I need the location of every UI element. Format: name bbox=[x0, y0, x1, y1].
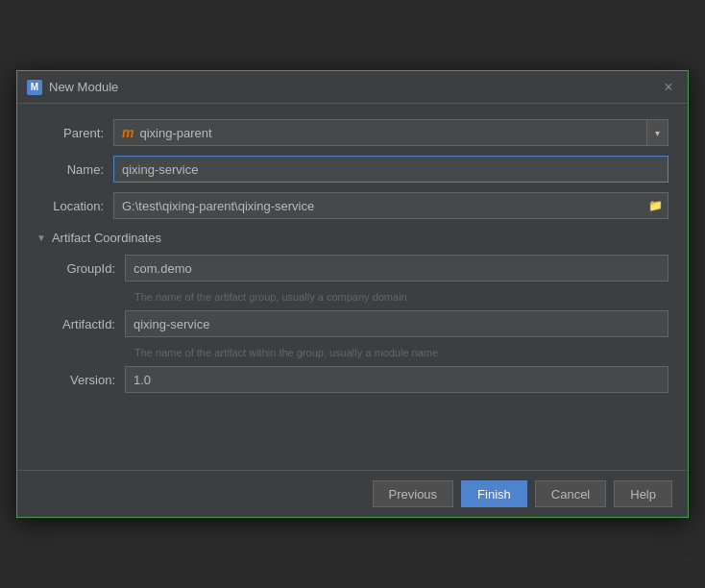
previous-button[interactable]: Previous bbox=[373, 480, 454, 507]
artifactid-field bbox=[125, 310, 669, 337]
version-input[interactable] bbox=[125, 366, 669, 393]
artifactid-hint: The name of the artifact within the grou… bbox=[134, 347, 669, 358]
dialog-title: New Module bbox=[49, 80, 118, 94]
help-button[interactable]: Help bbox=[614, 480, 672, 507]
parent-row: Parent: m qixing-parent ▾ bbox=[36, 119, 669, 146]
artifactid-label: ArtifactId: bbox=[48, 317, 125, 331]
groupid-hint: The name of the artifact group, usually … bbox=[134, 291, 669, 303]
version-field bbox=[125, 366, 669, 393]
artifact-section-title: Artifact Coordinates bbox=[52, 231, 161, 245]
groupid-input[interactable] bbox=[125, 255, 669, 282]
artifact-section-header[interactable]: ▼ Artifact Coordinates bbox=[36, 231, 669, 245]
title-bar-left: M New Module bbox=[27, 80, 118, 95]
location-input[interactable] bbox=[113, 192, 669, 219]
version-row: Version: bbox=[48, 366, 669, 393]
groupid-label: GroupId: bbox=[48, 261, 125, 276]
location-label: Location: bbox=[36, 199, 113, 213]
browse-folder-icon[interactable]: 📁 bbox=[648, 199, 663, 212]
version-label: Version: bbox=[48, 373, 125, 387]
parent-dropdown[interactable]: m qixing-parent bbox=[113, 119, 647, 146]
location-row: Location: 📁 bbox=[36, 192, 669, 219]
parent-dropdown-wrapper: m qixing-parent ▾ bbox=[113, 119, 669, 146]
name-field bbox=[113, 156, 669, 183]
finish-button[interactable]: Finish bbox=[461, 480, 527, 507]
location-field: 📁 bbox=[113, 192, 669, 219]
dialog-body: Parent: m qixing-parent ▾ Name: Location… bbox=[17, 104, 688, 412]
parent-field: m qixing-parent ▾ bbox=[113, 119, 669, 146]
artifact-section-content: GroupId: The name of the artifact group,… bbox=[36, 255, 669, 393]
groupid-row: GroupId: bbox=[48, 255, 669, 282]
groupid-field bbox=[125, 255, 669, 282]
dialog-icon: M bbox=[27, 80, 42, 95]
parent-maven-icon: m bbox=[122, 125, 134, 140]
parent-label: Parent: bbox=[36, 126, 113, 140]
close-button[interactable]: × bbox=[659, 78, 678, 97]
new-module-dialog: M New Module × Parent: m qixing-parent ▾… bbox=[16, 70, 689, 518]
dialog-icon-label: M bbox=[31, 82, 38, 92]
artifact-section-arrow: ▼ bbox=[36, 233, 46, 243]
artifactid-input[interactable] bbox=[125, 310, 669, 337]
title-bar: M New Module × bbox=[17, 71, 688, 104]
name-label: Name: bbox=[36, 162, 113, 177]
artifactid-row: ArtifactId: bbox=[48, 310, 669, 337]
cancel-button[interactable]: Cancel bbox=[535, 480, 606, 507]
dialog-footer: Previous Finish Cancel Help bbox=[17, 470, 688, 517]
name-input[interactable] bbox=[113, 156, 669, 183]
parent-value: qixing-parent bbox=[139, 126, 211, 140]
name-row: Name: bbox=[36, 156, 669, 183]
parent-dropdown-arrow[interactable]: ▾ bbox=[647, 119, 669, 146]
